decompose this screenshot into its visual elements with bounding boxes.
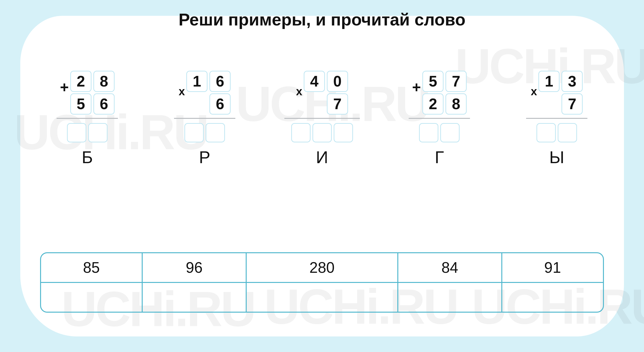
answer-box[interactable] — [184, 123, 204, 142]
table-header-cell: 85 — [41, 253, 142, 282]
table-input-cell[interactable] — [502, 282, 603, 312]
digit-box: 2 — [422, 93, 444, 114]
operator: x — [296, 82, 302, 102]
answer-boxes — [536, 123, 577, 142]
table-header-row: 85962808491 — [41, 253, 603, 282]
problem-letter: Б — [82, 148, 93, 167]
digit-box: 8 — [446, 93, 467, 114]
operand-row-2: 7 — [304, 93, 348, 114]
digit-box: 8 — [94, 71, 114, 92]
table-input-cell[interactable] — [246, 282, 398, 312]
page-title: Реши примеры, и прочитай слово — [178, 10, 466, 29]
digit-box: 3 — [562, 71, 583, 92]
answer-table: 85962808491 — [41, 253, 603, 312]
answer-box[interactable] — [440, 123, 460, 142]
operator: + — [412, 77, 421, 97]
table-header-cell: 91 — [502, 253, 603, 282]
answer-table-container: 85962808491 — [40, 252, 604, 313]
answer-box[interactable] — [558, 123, 577, 142]
table-header-cell: 280 — [246, 253, 398, 282]
division-line — [526, 118, 588, 119]
problem-letter: И — [316, 148, 328, 167]
problem-1: +2856Б — [42, 71, 132, 167]
division-line — [56, 118, 118, 119]
table-input-cell[interactable] — [142, 282, 246, 312]
digit-box: 1 — [186, 71, 208, 92]
operator: + — [60, 77, 68, 97]
answer-box[interactable] — [312, 123, 332, 142]
table-header-cell: 96 — [142, 253, 246, 282]
answer-boxes — [419, 123, 460, 142]
operand-row-1: 16 — [186, 71, 230, 92]
division-line — [409, 118, 470, 119]
digit-box: 6 — [94, 93, 114, 114]
digit-box: 7 — [446, 71, 467, 92]
problem-letter: Г — [435, 148, 444, 167]
problem-2: x166Р — [160, 71, 250, 167]
problem-3: x407И — [277, 71, 367, 167]
digit-box: 7 — [327, 93, 348, 114]
digit-box: 7 — [562, 93, 583, 114]
digit-box: 6 — [210, 71, 230, 92]
answer-box[interactable] — [67, 123, 86, 142]
answer-boxes — [291, 123, 353, 142]
problem-letter: Р — [199, 148, 210, 167]
operand-row-2: 6 — [186, 93, 230, 114]
problem-5: x137Ы — [512, 71, 602, 167]
digit-box: 0 — [327, 71, 348, 92]
operand-row-2: 28 — [422, 93, 467, 114]
digit-box: 5 — [70, 93, 92, 114]
digit-box: 2 — [70, 71, 92, 92]
division-line — [174, 118, 235, 119]
operand-row-1: 28 — [70, 71, 114, 92]
operand-row-2: 56 — [70, 93, 114, 114]
operand-row-2: 7 — [538, 93, 583, 114]
problem-letter: Ы — [549, 148, 564, 167]
table-header-cell: 84 — [398, 253, 502, 282]
answer-box[interactable] — [206, 123, 225, 142]
operator: x — [178, 82, 185, 102]
answer-boxes — [184, 123, 225, 142]
operator: x — [531, 82, 537, 102]
digit-box: 6 — [210, 93, 230, 114]
answer-box[interactable] — [88, 123, 108, 142]
operand-row-1: 40 — [304, 71, 348, 92]
problem-4: +5728Г — [394, 71, 484, 167]
table-input-cell[interactable] — [41, 282, 142, 312]
digit-box: 1 — [538, 71, 560, 92]
division-line — [284, 118, 360, 119]
problems-row: +2856Бx166Рx407И+5728Гx137Ы — [42, 71, 602, 167]
operand-row-1: 57 — [422, 71, 467, 92]
answer-box[interactable] — [291, 123, 310, 142]
answer-boxes — [67, 123, 108, 142]
answer-box[interactable] — [334, 123, 353, 142]
digit-box: 4 — [304, 71, 325, 92]
digit-box: 5 — [422, 71, 444, 92]
operand-row-1: 13 — [538, 71, 583, 92]
answer-box[interactable] — [419, 123, 438, 142]
table-input-cell[interactable] — [398, 282, 502, 312]
answer-box[interactable] — [536, 123, 556, 142]
table-input-row — [41, 282, 603, 312]
